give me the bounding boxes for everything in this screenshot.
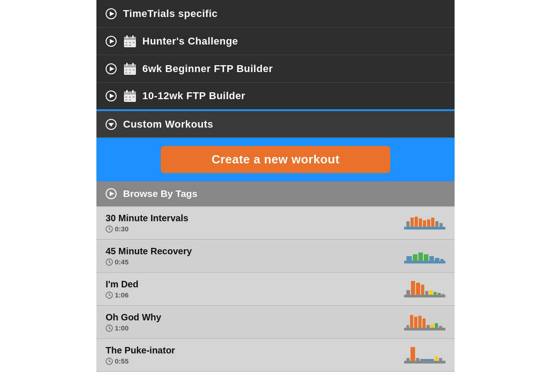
sidebar-item-ftp[interactable]: 10-12wk FTP Builder: [96, 83, 455, 110]
svg-marker-38: [110, 191, 114, 196]
svg-marker-3: [110, 39, 114, 44]
svg-rect-73: [433, 292, 437, 295]
workout-chart-puke: [404, 345, 445, 365]
workout-duration-ohgod: 1:00: [115, 324, 129, 332]
svg-rect-20: [129, 69, 131, 71]
clock-icon-imed: [106, 291, 113, 299]
svg-rect-5: [124, 37, 136, 40]
play-icon-hunters: [106, 36, 117, 47]
svg-rect-72: [429, 290, 433, 295]
svg-rect-21: [133, 69, 135, 71]
svg-rect-19: [125, 69, 127, 71]
browse-tags-label: Browse By Tags: [123, 188, 197, 199]
svg-rect-51: [439, 223, 443, 227]
play-icon-browse: [106, 188, 117, 199]
svg-rect-16: [124, 64, 136, 67]
sidebar-item-timetrials[interactable]: TimeTrials specific: [96, 0, 455, 28]
svg-rect-60: [429, 256, 434, 261]
workout-item-imed[interactable]: I'm Ded 1:06: [96, 273, 455, 306]
sidebar-item-hunters[interactable]: Hunter's Challenge: [96, 28, 455, 55]
workout-time-ohgod: 1:00: [106, 324, 404, 332]
svg-rect-10: [133, 42, 135, 43]
svg-line-65: [109, 295, 111, 296]
workout-info-45min: 45 Minute Recovery 0:45: [106, 246, 404, 266]
workout-chart-imed: [404, 279, 445, 299]
svg-rect-86: [431, 324, 434, 328]
play-icon-ftp: [106, 90, 117, 101]
svg-line-54: [109, 262, 111, 263]
svg-rect-96: [420, 359, 434, 361]
sidebar-item-beginner[interactable]: 6wk Beginner FTP Builder: [96, 55, 455, 83]
svg-rect-79: [404, 328, 445, 330]
svg-rect-93: [406, 358, 410, 361]
workout-item-30min[interactable]: 30 Minute Intervals 0:30: [96, 207, 455, 240]
section-label-beginner: 6wk Beginner FTP Builder: [142, 63, 273, 75]
svg-line-78: [109, 328, 111, 329]
svg-rect-42: [404, 227, 445, 230]
svg-line-41: [109, 229, 111, 230]
svg-rect-83: [418, 316, 422, 328]
workout-name-puke: The Puke-inator: [106, 345, 404, 356]
svg-rect-85: [427, 325, 430, 328]
svg-rect-87: [435, 323, 438, 328]
svg-rect-34: [129, 99, 131, 101]
workout-duration-30min: 0:30: [115, 225, 129, 233]
calendar-icon-hunters: [123, 34, 137, 48]
svg-rect-75: [442, 294, 444, 295]
svg-rect-32: [133, 96, 135, 98]
workout-info-ohgod: Oh God Why 1:00: [106, 312, 404, 332]
workout-time-45min: 0:45: [106, 258, 404, 266]
svg-rect-50: [435, 221, 439, 227]
workout-name-ohgod: Oh God Why: [106, 312, 404, 323]
workout-item-puke[interactable]: The Puke-inator 0:55: [96, 339, 455, 372]
svg-rect-81: [410, 315, 413, 328]
svg-line-91: [109, 361, 111, 362]
svg-rect-62: [440, 259, 444, 261]
browse-by-tags-row[interactable]: Browse By Tags: [96, 181, 455, 207]
create-workout-button[interactable]: Create a new workout: [161, 146, 390, 173]
svg-rect-71: [425, 291, 428, 295]
workout-item-45min[interactable]: 45 Minute Recovery 0:45: [96, 240, 455, 273]
section-label-hunters: Hunter's Challenge: [142, 35, 238, 47]
svg-rect-30: [125, 96, 127, 98]
svg-rect-67: [406, 290, 410, 295]
play-icon: [106, 8, 117, 19]
svg-rect-69: [416, 283, 420, 295]
sidebar-item-custom-workouts[interactable]: Custom Workouts: [96, 110, 455, 138]
svg-rect-56: [406, 256, 412, 261]
svg-rect-70: [421, 285, 424, 295]
svg-marker-36: [108, 123, 114, 127]
svg-rect-58: [418, 252, 423, 261]
workout-item-ohgod[interactable]: Oh God Why 1:00: [96, 306, 455, 339]
calendar-icon-ftp: [123, 89, 137, 103]
svg-rect-47: [423, 220, 426, 227]
workout-name-45min: 45 Minute Recovery: [106, 246, 404, 257]
create-workout-area: Create a new workout: [96, 138, 455, 181]
svg-rect-6: [126, 35, 128, 38]
calendar-icon-beginner: [123, 62, 137, 76]
svg-rect-57: [413, 254, 417, 261]
svg-rect-33: [125, 99, 127, 101]
workout-chart-ohgod: [404, 312, 445, 332]
workout-duration-puke: 0:55: [115, 357, 129, 365]
workout-info-puke: The Puke-inator 0:55: [106, 345, 404, 365]
svg-rect-49: [431, 218, 434, 227]
svg-rect-88: [439, 326, 442, 328]
svg-rect-27: [124, 91, 136, 95]
section-label-timetrials: TimeTrials specific: [123, 8, 218, 20]
svg-rect-12: [129, 45, 131, 46]
svg-rect-29: [132, 90, 134, 93]
workout-duration-45min: 0:45: [115, 258, 129, 266]
svg-rect-80: [406, 325, 409, 328]
play-icon-beginner: [106, 63, 117, 74]
workout-time-puke: 0:55: [106, 357, 404, 365]
workout-time-imed: 1:06: [106, 291, 404, 299]
svg-marker-25: [110, 94, 114, 98]
svg-rect-55: [404, 261, 445, 263]
svg-rect-17: [126, 63, 128, 66]
svg-rect-7: [132, 35, 134, 38]
svg-rect-44: [410, 218, 414, 227]
clock-icon-ohgod: [106, 325, 113, 332]
workout-info-30min: 30 Minute Intervals 0:30: [106, 213, 404, 233]
svg-rect-18: [132, 63, 134, 66]
